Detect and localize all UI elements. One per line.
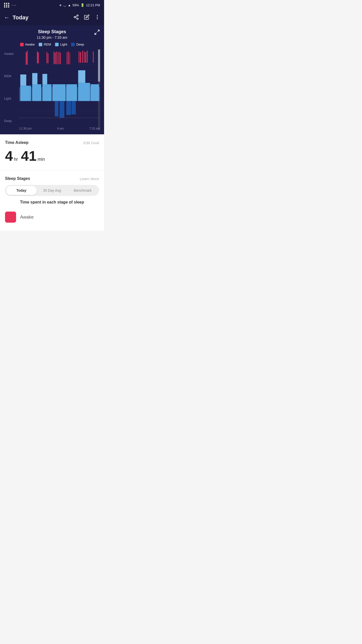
svg-line-3 <box>75 17 77 18</box>
svg-rect-21 <box>37 52 38 63</box>
svg-rect-34 <box>59 52 60 64</box>
svg-rect-39 <box>67 52 67 64</box>
sleep-minutes: 41 <box>21 149 36 163</box>
sleep-stages-svg <box>19 49 100 125</box>
time: 12:21 PM <box>86 3 100 7</box>
svg-rect-40 <box>68 52 69 64</box>
sleep-duration: 4 hr 41 min <box>5 149 99 163</box>
chart-area: 11:30 pm 4 am 7:33 am <box>19 49 100 130</box>
status-left: ··· <box>4 3 17 8</box>
expand-button[interactable] <box>94 29 100 36</box>
rem-color <box>39 43 42 46</box>
svg-rect-22 <box>38 53 39 63</box>
chart-y-labels: Awake REM Light Deep <box>4 49 19 130</box>
header: ← Today <box>0 10 104 25</box>
awake-label: Awake <box>25 43 35 46</box>
deep-color <box>71 43 75 46</box>
y-label-deep: Deep <box>4 119 19 123</box>
time-asleep-section: Time Asleep Edit Goal 4 hr 41 min <box>0 134 104 170</box>
chart-container: Awake REM Light Deep <box>4 49 100 130</box>
svg-rect-46 <box>82 51 83 63</box>
light-label: Light <box>60 43 67 46</box>
svg-rect-45 <box>80 52 81 63</box>
svg-rect-35 <box>60 53 61 64</box>
share-button[interactable] <box>73 14 79 21</box>
more-dots: ··· <box>12 3 17 8</box>
tab-today[interactable]: Today <box>6 186 37 195</box>
svg-rect-48 <box>85 52 86 63</box>
time-asleep-header: Time Asleep Edit Goal <box>5 140 99 145</box>
svg-point-6 <box>97 17 98 18</box>
legend-deep: Deep <box>71 43 84 46</box>
page-title: Today <box>13 14 73 21</box>
wifi-icon: ◡ <box>63 3 66 7</box>
chart-legend: Awake REM Light Deep <box>4 43 100 46</box>
svg-rect-31 <box>55 53 56 64</box>
sleep-hours: 4 <box>5 149 13 163</box>
svg-rect-38 <box>71 101 76 114</box>
time-start: 11:30 pm <box>19 127 32 130</box>
status-right: ∗ ◡ ▲ 59% 🔋 12:21 PM <box>59 3 100 7</box>
svg-rect-25 <box>47 52 47 63</box>
svg-rect-15 <box>20 74 26 86</box>
minutes-label: min <box>37 157 45 162</box>
svg-rect-50 <box>90 84 99 101</box>
legend-awake: Awake <box>20 43 35 46</box>
chart-time-range: 11:30 pm - 7:33 am <box>4 35 100 39</box>
svg-rect-49 <box>87 51 88 63</box>
chart-x-labels: 11:30 pm 4 am 7:33 am <box>19 126 100 130</box>
awake-stage-color <box>5 212 16 223</box>
svg-rect-37 <box>66 101 71 115</box>
svg-rect-23 <box>42 84 52 101</box>
awake-color <box>20 43 24 46</box>
svg-point-7 <box>97 18 98 19</box>
svg-rect-26 <box>48 54 49 63</box>
y-label-rem: REM <box>4 74 19 78</box>
stage-tabs: Today 30 Day Avg Benchmark <box>5 185 99 196</box>
deep-label: Deep <box>76 43 84 46</box>
edit-button[interactable] <box>84 14 89 21</box>
chart-title: Sleep Stages <box>4 29 100 34</box>
svg-rect-30 <box>54 52 54 64</box>
learn-more-button[interactable]: Learn More <box>80 177 99 181</box>
svg-rect-20 <box>32 73 37 84</box>
svg-rect-24 <box>42 74 47 84</box>
svg-rect-16 <box>26 52 27 65</box>
svg-rect-32 <box>56 52 57 64</box>
svg-rect-18 <box>30 86 31 101</box>
svg-rect-42 <box>78 83 90 101</box>
signal-icon: ▲ <box>68 3 71 7</box>
light-color <box>55 43 59 46</box>
svg-rect-43 <box>78 70 85 83</box>
stage-item-awake: Awake <box>5 209 99 226</box>
sleep-stages-header: Sleep Stages Learn More <box>5 176 99 181</box>
tab-30day[interactable]: 30 Day Avg <box>37 186 67 195</box>
main-content: Time Asleep Edit Goal 4 hr 41 min Sleep … <box>0 134 104 231</box>
sleep-stages-title: Sleep Stages <box>5 176 30 181</box>
more-button[interactable] <box>95 14 100 21</box>
tab-benchmark[interactable]: Benchmark <box>67 186 98 195</box>
hours-label: hr <box>14 157 18 162</box>
status-bar: ··· ∗ ◡ ▲ 59% 🔋 12:21 PM <box>0 0 104 10</box>
svg-rect-47 <box>84 52 85 63</box>
legend-rem: REM <box>39 43 51 46</box>
y-label-awake: Awake <box>4 52 19 56</box>
sleep-chart-section: Sleep Stages 11:30 pm - 7:33 am Awake RE… <box>0 25 104 134</box>
svg-line-4 <box>75 16 77 17</box>
svg-rect-19 <box>32 84 41 101</box>
rem-label: REM <box>44 43 51 46</box>
svg-rect-41 <box>70 53 70 64</box>
scroll-thumb <box>98 49 100 82</box>
app-dots <box>4 3 10 8</box>
battery-percent: 59% <box>72 3 79 7</box>
back-button[interactable]: ← <box>4 14 10 21</box>
svg-rect-14 <box>20 86 30 101</box>
edit-goal-button[interactable]: Edit Goal <box>83 141 99 145</box>
legend-light: Light <box>55 43 67 46</box>
stage-description: Time spent in each stage of sleep <box>5 200 99 205</box>
svg-rect-36 <box>66 84 77 101</box>
header-icons <box>73 14 100 21</box>
svg-rect-29 <box>60 101 64 118</box>
time-mid: 4 am <box>57 127 64 130</box>
svg-rect-51 <box>93 52 94 63</box>
